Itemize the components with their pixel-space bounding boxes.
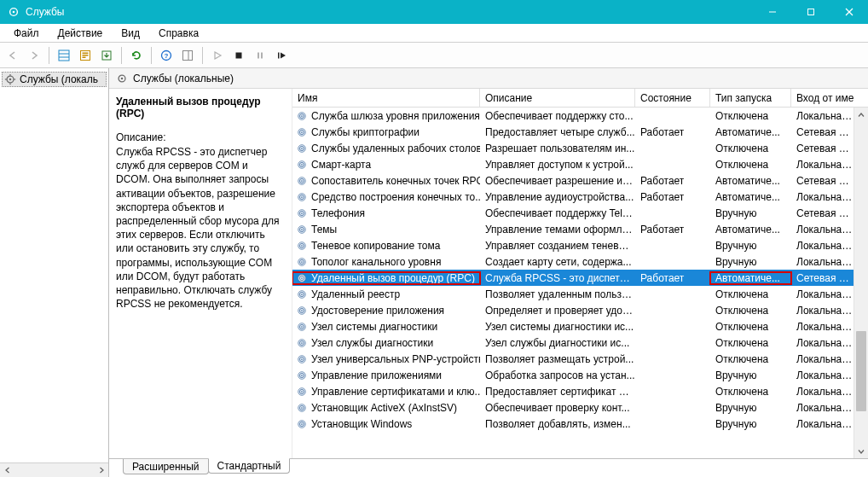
table-row[interactable]: Службы удаленных рабочих столовРазрешает… — [292, 140, 854, 156]
table-row[interactable]: Средство построения конечных то...Управл… — [292, 189, 854, 205]
cell-logon: Локальная с — [791, 110, 854, 122]
table-row[interactable]: Удостоверение приложенияОпределяет и про… — [292, 302, 854, 318]
scroll-down-button[interactable] — [854, 444, 868, 458]
cell-state: Работает — [635, 126, 710, 138]
table-row[interactable]: Установщик ActiveX (AxInstSV)Обеспечивае… — [292, 399, 854, 416]
svg-point-35 — [301, 131, 303, 133]
service-name-text: Установщик ActiveX (AxInstSV) — [311, 402, 457, 414]
column-header-name[interactable]: Имя — [292, 89, 480, 107]
table-row[interactable]: ТемыУправление темами оформле...Работает… — [292, 221, 854, 237]
vertical-scrollbar[interactable] — [854, 108, 868, 458]
service-name-text: Удаленный вызов процедур (RPC) — [311, 272, 475, 284]
column-header-logon[interactable]: Вход от име — [791, 89, 868, 107]
table-row[interactable]: Управление приложениямиОбработка запросо… — [292, 367, 854, 383]
cell-name: Теневое копирование тома — [292, 240, 480, 252]
svg-point-71 — [301, 326, 303, 328]
services-list: Имя Описание Состояние Тип запуска Вход … — [292, 89, 868, 458]
service-icon — [296, 288, 308, 300]
cell-logon: Локальная с — [791, 256, 854, 268]
column-header-startup[interactable]: Тип запуска — [710, 89, 791, 107]
scroll-thumb[interactable] — [856, 331, 866, 411]
table-row[interactable]: Сопоставитель конечных точек RPCОбеспечи… — [292, 172, 854, 189]
service-icon — [296, 126, 308, 138]
table-row[interactable]: Узел службы диагностикиУзел службы диагн… — [292, 334, 854, 351]
scroll-track[interactable] — [14, 463, 94, 477]
service-name-text: Средство построения конечных то... — [311, 191, 480, 203]
start-service-button[interactable] — [208, 46, 227, 65]
cell-startup: Отключена — [710, 321, 791, 333]
menu-action[interactable]: Действие — [49, 26, 112, 41]
cell-name: Темы — [292, 224, 480, 236]
service-icon — [296, 143, 308, 154]
cell-logon: Локальная с — [791, 321, 854, 333]
svg-rect-16 — [183, 50, 193, 60]
svg-point-89 — [301, 423, 303, 425]
cell-name: Службы криптографии — [292, 126, 480, 138]
cell-startup: Отключена — [710, 386, 791, 398]
back-button[interactable] — [3, 46, 22, 65]
table-row[interactable]: Удаленный реестрПозволяет удаленным поль… — [292, 286, 854, 302]
detail-panel: Удаленный вызов процедур (RPC) Описание:… — [109, 89, 292, 458]
cell-logon: Сетевая слу: — [791, 126, 854, 138]
menu-view[interactable]: Вид — [113, 26, 148, 41]
view-list-button[interactable] — [55, 46, 73, 65]
tab-extended[interactable]: Расширенный — [123, 459, 209, 474]
cell-logon: Локальная с — [791, 369, 854, 381]
scroll-left-button[interactable] — [0, 463, 14, 477]
table-row[interactable]: Смарт-картаУправляет доступом к устрой..… — [292, 156, 854, 172]
pane-header-title: Службы (локальные) — [133, 73, 234, 84]
column-header-description[interactable]: Описание — [480, 89, 635, 107]
svg-rect-3 — [807, 9, 813, 15]
menu-help[interactable]: Справка — [150, 26, 207, 41]
cell-logon: Сетевая слу: — [791, 143, 854, 154]
scroll-up-button[interactable] — [854, 108, 868, 122]
service-name-text: Удостоверение приложения — [311, 305, 444, 317]
cell-logon: Сетевая слу: — [791, 272, 854, 284]
properties-button[interactable] — [76, 46, 95, 65]
forward-button[interactable] — [25, 46, 43, 65]
service-icon — [296, 256, 308, 268]
table-row[interactable]: Службы криптографииПредоставляет четыре … — [292, 124, 854, 140]
cell-name: Удаленный реестр — [292, 288, 480, 300]
toolbar: ? — [0, 43, 868, 68]
action-pane-button[interactable] — [178, 46, 197, 65]
help-button[interactable]: ? — [157, 46, 176, 65]
table-row[interactable]: Удаленный вызов процедур (RPC)Служба RPC… — [292, 270, 854, 286]
stop-service-button[interactable] — [229, 46, 248, 65]
scroll-right-button[interactable] — [94, 463, 108, 477]
tab-standard[interactable]: Стандартный — [208, 458, 291, 474]
horizontal-scrollbar[interactable] — [0, 462, 108, 477]
cell-startup: Автоматиче... — [710, 272, 791, 284]
service-name-text: Узел службы диагностики — [311, 337, 433, 349]
table-row[interactable]: Узел системы диагностикиУзел системы диа… — [292, 318, 854, 334]
service-icon — [296, 224, 308, 236]
toolbar-separator — [151, 47, 152, 64]
close-button[interactable] — [830, 0, 868, 24]
table-row[interactable]: Служба шлюза уровня приложенияОбеспечива… — [292, 108, 854, 124]
cell-logon: Локальная с — [791, 240, 854, 252]
table-row[interactable]: Узел универсальных PNP-устройствПозволяе… — [292, 351, 854, 367]
table-row[interactable]: Установщик WindowsПозволяет добавлять, и… — [292, 416, 854, 432]
tree-item-services[interactable]: Службы (локаль — [2, 72, 107, 87]
table-row[interactable]: ТелефонияОбеспечивает поддержку Tele...В… — [292, 205, 854, 221]
table-row[interactable]: Теневое копирование томаУправляет создан… — [292, 237, 854, 253]
restart-service-button[interactable] — [272, 46, 291, 65]
column-header-state[interactable]: Состояние — [635, 89, 710, 107]
service-icon — [296, 110, 308, 122]
pause-service-button[interactable] — [251, 46, 269, 65]
cell-description: Разрешает пользователям ин... — [480, 143, 635, 154]
svg-rect-20 — [261, 52, 263, 58]
export-button[interactable] — [97, 46, 116, 65]
maximize-button[interactable] — [791, 0, 830, 24]
refresh-button[interactable] — [127, 46, 146, 65]
minimize-button[interactable] — [753, 0, 791, 24]
svg-point-80 — [301, 375, 303, 376]
menu-file[interactable]: Файл — [5, 26, 48, 41]
scroll-track[interactable] — [854, 122, 868, 444]
svg-rect-18 — [236, 52, 242, 58]
svg-point-44 — [301, 180, 303, 182]
cell-state: Работает — [635, 191, 710, 203]
table-row[interactable]: Управление сертификатами и клю...Предост… — [292, 383, 854, 399]
cell-startup: Автоматиче... — [710, 126, 791, 138]
table-row[interactable]: Тополог канального уровняСоздает карту с… — [292, 253, 854, 270]
